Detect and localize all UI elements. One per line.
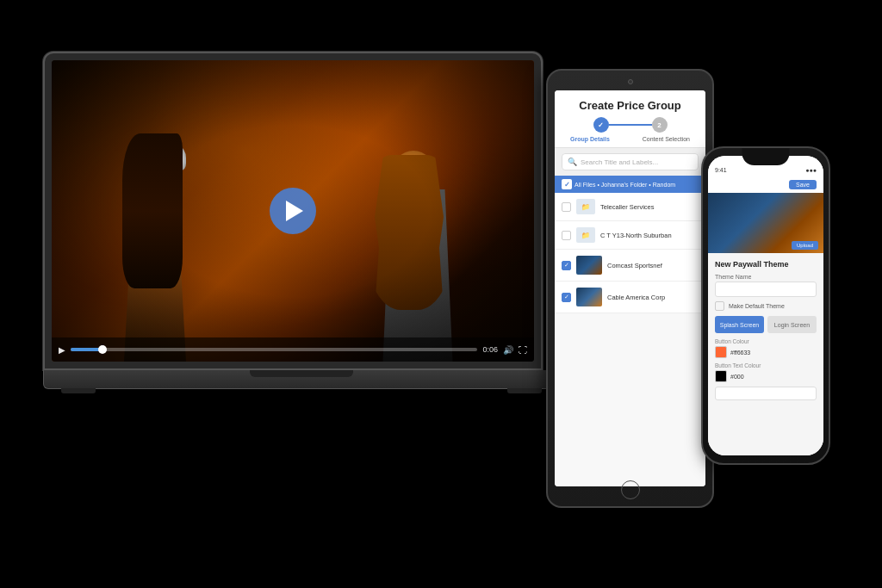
scene: ▶ 0:06 🔊 ⛶ [0, 0, 882, 588]
tablet: Create Price Group ✓ 2 Group Details [546, 69, 714, 508]
select-all-checkbox[interactable]: ✓ [562, 179, 572, 189]
step-1-label: Group Details [570, 136, 610, 142]
folder-icon-2: 📁 [576, 227, 595, 243]
search-icon: 🔍 [568, 158, 577, 166]
splash-screen-tab[interactable]: Splash Screen [715, 316, 764, 333]
folder-icon-1: 📁 [576, 199, 595, 214]
tablet-outer: Create Price Group ✓ 2 Group Details [546, 69, 714, 508]
file-name-1: Telecaller Services [600, 203, 699, 211]
button-text-color-row: #000 [715, 370, 817, 382]
laptop-foot-right [507, 388, 542, 393]
step-2-label: Content Selection [643, 136, 690, 142]
laptop-screen: ▶ 0:06 🔊 ⛶ [52, 60, 534, 362]
file-checkbox-4[interactable] [562, 293, 571, 302]
default-theme-label: Make Default Theme [729, 303, 785, 309]
play-control-icon[interactable]: ▶ [59, 345, 65, 355]
tablet-camera [628, 79, 633, 84]
video-thumb-2 [576, 288, 602, 306]
file-name-3: Comcast Sportsnef [607, 262, 699, 269]
theme-name-label: Theme Name [715, 274, 817, 280]
default-theme-checkbox[interactable] [715, 301, 724, 311]
time-label: 0:06 [482, 345, 498, 354]
phone-save-button[interactable]: Save [789, 180, 817, 189]
button-text-color-label: Button Text Colour [715, 362, 817, 368]
phone-notch [742, 148, 790, 165]
default-theme-row: Make Default Theme [715, 301, 817, 311]
laptop-body: ▶ 0:06 🔊 ⛶ [43, 52, 543, 370]
file-name-2: C T Y13-North Suburban [600, 232, 699, 239]
progress-thumb [98, 345, 107, 354]
phone-tabs: Splash Screen Login Screen [715, 316, 817, 333]
theme-name-input[interactable] [715, 282, 817, 297]
play-icon [286, 201, 303, 221]
step-2-circle: 2 [652, 117, 668, 133]
video-controls: ▶ 0:06 🔊 ⛶ [52, 337, 534, 362]
step-labels: Group Details Content Selection [563, 136, 697, 142]
singer-hair [122, 133, 183, 288]
play-button[interactable] [270, 188, 316, 234]
list-item[interactable]: Comcast Sportsnef [555, 250, 705, 282]
progress-bar[interactable] [71, 348, 477, 351]
phone-section-title: New Paywall Theme [715, 260, 817, 269]
phone-content: New Paywall Theme Theme Name Make Defaul… [708, 253, 823, 455]
phone: 9:41 ●●● Save Upload New Paywall Theme T… [701, 146, 830, 465]
button-color-label: Button Colour [715, 338, 817, 344]
list-item[interactable]: 📁 Telecaller Services [555, 193, 705, 221]
video-content: ▶ 0:06 🔊 ⛶ [52, 60, 534, 362]
phone-time: 9:41 [715, 167, 727, 173]
tablet-screen: Create Price Group ✓ 2 Group Details [555, 90, 705, 486]
button-text-color-swatch[interactable] [715, 370, 727, 382]
file-name-4: Cable America Corp [607, 294, 699, 301]
button-color-row: #ff6633 [715, 346, 817, 358]
phone-image-overlay-button[interactable]: Upload [792, 241, 818, 250]
laptop-foot-left [61, 388, 96, 393]
file-checkbox-2[interactable] [562, 231, 571, 240]
laptop: ▶ 0:06 🔊 ⛶ [43, 52, 560, 413]
search-placeholder-text: Search Title and Labels... [581, 158, 658, 166]
phone-image: Upload [708, 193, 823, 253]
login-screen-tab[interactable]: Login Screen [767, 316, 817, 333]
tablet-header: Create Price Group ✓ 2 Group Details [555, 90, 705, 148]
list-item[interactable]: 📁 C T Y13-North Suburban [555, 221, 705, 250]
breadcrumb-path: All Files • Johanna's Folder • Random [575, 182, 675, 188]
step-1-number: ✓ [598, 121, 604, 129]
laptop-base [43, 370, 560, 389]
button-color-swatch[interactable] [715, 346, 727, 358]
tablet-search[interactable]: 🔍 Search Title and Labels... [562, 153, 699, 170]
tablet-steps: ✓ 2 [563, 117, 697, 133]
step-1-circle: ✓ [593, 117, 609, 133]
file-checkbox-1[interactable] [562, 202, 571, 212]
fullscreen-icon[interactable]: ⛶ [519, 345, 527, 355]
file-checkbox-3[interactable] [562, 261, 571, 270]
tablet-breadcrumb: ✓ All Files • Johanna's Folder • Random [555, 176, 705, 193]
dropdown-1[interactable] [715, 387, 817, 400]
tablet-file-list: 📁 Telecaller Services 📁 C T Y13-North Su… [555, 193, 705, 486]
tablet-home-button[interactable] [621, 480, 640, 499]
checkbox-check-icon: ✓ [564, 181, 570, 189]
step-2-number: 2 [657, 121, 661, 129]
phone-header: Save [708, 176, 823, 193]
video-thumb-1 [576, 256, 602, 275]
list-item[interactable]: Cable America Corp [555, 282, 705, 313]
progress-fill [71, 348, 103, 351]
phone-screen: 9:41 ●●● Save Upload New Paywall Theme T… [708, 156, 823, 455]
button-color-value: #ff6633 [730, 350, 750, 356]
laptop-notch [250, 370, 353, 377]
volume-icon[interactable]: 🔊 [503, 345, 513, 355]
button-text-color-value: #000 [730, 374, 744, 380]
step-line [609, 124, 652, 126]
phone-outer: 9:41 ●●● Save Upload New Paywall Theme T… [701, 146, 830, 465]
tablet-title: Create Price Group [563, 99, 697, 112]
phone-signal: ●●● [805, 167, 817, 173]
